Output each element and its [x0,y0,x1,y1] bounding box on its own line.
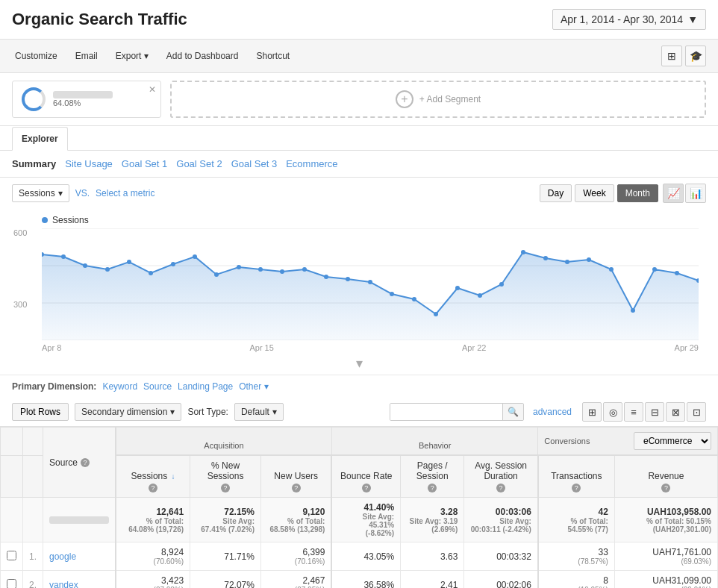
plot-rows-button[interactable]: Plot Rows [12,403,69,421]
advanced-link[interactable]: advanced [533,407,572,417]
date-dropdown-arrow: ▼ [687,13,698,25]
week-button[interactable]: Week [575,184,614,202]
avg-session-help-icon[interactable]: ? [496,484,505,492]
total-pct-new: 72.15% Site Avg: 67.41% (7.02%) [190,498,261,542]
bounce-help-icon[interactable]: ? [362,484,371,492]
row1-transactions: 33(78.57%) [538,542,615,571]
view-pivot-button[interactable]: ⊠ [666,402,685,422]
add-segment-label: + Add Segment [419,94,481,104]
segment-loading-circle [22,87,46,111]
row2-source-link[interactable]: yandex [49,580,78,589]
row2-checkbox[interactable] [7,579,16,589]
segment-pct: 64.08% [53,98,113,107]
tab-ecommerce[interactable]: Ecommerce [286,157,337,171]
ecommerce-dropdown[interactable]: eCommerce [634,432,711,450]
email-button[interactable]: Email [72,49,101,63]
bar-chart-button[interactable]: 📊 [685,184,706,203]
transactions-help-icon[interactable]: ? [572,484,581,492]
primary-dimension: Primary Dimension: Keyword Source Landin… [0,375,718,398]
row1-transactions-pct: (78.57%) [545,557,608,566]
total-cb [1,498,23,542]
row2-source: yandex [43,571,116,589]
sort-type-dropdown[interactable]: Default ▾ [234,403,284,421]
x-label-apr8: Apr 8 [42,343,61,352]
th-num2 [23,455,43,498]
pages-help-icon[interactable]: ? [428,484,437,492]
total-pct-new-sub: Site Avg: 67.41% (7.02%) [196,517,255,534]
row1-source-link[interactable]: google [49,551,76,562]
row1-checkbox[interactable] [7,551,16,560]
tab-goal-set-3[interactable]: Goal Set 3 [231,157,277,171]
grid-view-icon[interactable]: ⊞ [661,46,682,66]
segment-close-icon[interactable]: ✕ [149,84,156,95]
explorer-tab[interactable]: Explorer [12,127,68,151]
row2-num: 2. [23,571,43,589]
view-custom-button[interactable]: ⊡ [687,402,706,422]
row2-pages: 2.41 [401,571,464,589]
metric-dropdown[interactable]: Sessions ▾ [12,184,69,202]
chart-scroll-indicator: ▾ [12,355,706,372]
export-button[interactable]: Export ▾ [113,49,152,63]
total-transactions-sub: % of Total: 54.55% (77) [545,517,608,534]
total-avg-session: 00:03:06 Site Avg: 00:03:11 (-2.42%) [464,498,538,542]
view-data-button[interactable]: ⊞ [582,402,602,422]
sort-type-label: Sort Type: [187,407,228,417]
add-to-dashboard-button[interactable]: Add to Dashboard [163,49,242,63]
svg-point-22 [412,297,416,301]
dim-landing-page[interactable]: Landing Page [178,381,233,392]
new-users-help-icon[interactable]: ? [292,484,301,492]
row1-pages: 3.63 [401,542,464,571]
dim-source[interactable]: Source [143,381,172,392]
tab-goal-set-2[interactable]: Goal Set 2 [176,157,222,171]
tab-goal-set-1[interactable]: Goal Set 1 [122,157,167,171]
chart-svg [42,228,699,340]
tab-summary[interactable]: Summary [12,157,56,171]
table-row: 2. yandex 3,423(27.08%) 72.07% 2,467(27.… [1,571,718,589]
search-input[interactable] [390,404,502,420]
th-checkbox [1,428,23,456]
date-range-picker[interactable]: Apr 1, 2014 - Apr 30, 2014 ▼ [552,9,706,30]
total-transactions-val: 42 [599,507,608,517]
select-metric-link[interactable]: Select a metric [96,188,154,198]
day-button[interactable]: Day [540,184,572,202]
svg-point-29 [565,260,569,264]
view-compare-button[interactable]: ⊟ [645,402,664,422]
revenue-help-icon[interactable]: ? [661,484,670,492]
th-transactions: Transactions ? [538,455,615,498]
svg-point-7 [83,263,87,268]
secondary-dimension-dropdown[interactable]: Secondary dimension ▾ [75,403,181,421]
shortcut-button[interactable]: Shortcut [253,49,293,63]
svg-point-21 [390,292,394,296]
x-label-apr22: Apr 22 [462,343,486,352]
search-button[interactable]: 🔍 [502,404,523,420]
total-row: 12,641 % of Total: 64.08% (19,726) 72.15… [1,498,718,542]
source-help-icon[interactable]: ? [81,458,90,467]
month-button[interactable]: Month [617,184,658,202]
th-pct-new: % New Sessions ? [190,455,261,498]
view-pie-button[interactable]: ◎ [603,402,622,422]
view-list-button[interactable]: ≡ [624,402,643,422]
tab-site-usage[interactable]: Site Usage [65,157,113,171]
dim-keyword[interactable]: Keyword [102,381,137,392]
metric-dropdown-arrow: ▾ [58,188,63,198]
add-segment-button[interactable]: + + Add Segment [170,81,706,118]
svg-point-33 [652,267,657,272]
svg-point-11 [171,262,175,266]
dim-other[interactable]: Other ▾ [239,381,268,392]
total-avg-session-sub: Site Avg: 00:03:11 (-2.42%) [470,517,531,534]
svg-point-20 [368,280,372,284]
pct-new-help-icon[interactable]: ? [221,484,230,492]
sessions-help-icon[interactable]: ? [149,484,157,492]
row2-transactions: 8(19.05%) [538,571,615,589]
row1-num: 1. [23,542,43,571]
row2-bounce: 36.58% [331,571,400,589]
svg-point-8 [105,267,110,272]
graduation-icon[interactable]: 🎓 [685,46,706,66]
row1-avg-session: 00:03:32 [464,542,538,571]
customize-button[interactable]: Customize [12,49,60,63]
line-chart-button[interactable]: 📈 [663,184,684,203]
explorer-tabs: Explorer [0,126,718,151]
conversions-header: Conversions eCommerce [544,432,711,450]
th-source: Source ? [43,428,116,498]
table-row: 1. google 8,924(70.60%) 71.71% 6,399(70.… [1,542,718,571]
